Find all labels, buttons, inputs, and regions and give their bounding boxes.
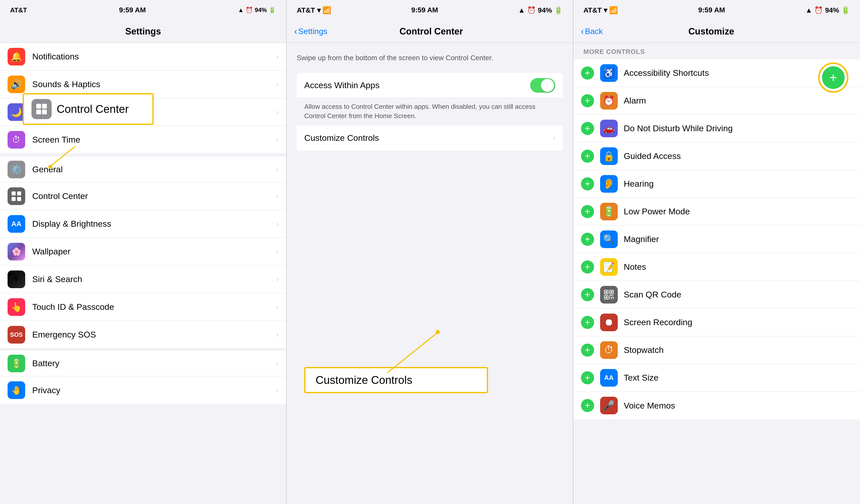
add-alarm-btn[interactable]: + [581, 94, 594, 107]
dnd-driving-icon: 🚗 [600, 120, 618, 137]
add-accessibility-btn[interactable]: + [581, 67, 594, 80]
add-stopwatch-btn[interactable]: + [581, 344, 594, 357]
settings-row-emergency-sos[interactable]: SOS Emergency SOS › [0, 321, 286, 349]
settings-row-battery[interactable]: 🔋 Battery › [0, 349, 286, 376]
add-guided-access-btn[interactable]: + [581, 149, 594, 163]
dnd-driving-label: Do Not Disturb While Driving [624, 124, 852, 133]
magnifier-label: Magnifier [624, 234, 852, 244]
back-label-3: Back [585, 27, 603, 36]
toggle-description: Allow access to Control Center within ap… [297, 98, 563, 126]
settings-row-touch-id[interactable]: 👆 Touch ID & Passcode › [0, 293, 286, 321]
carrier-2: AT&T ▾ 📶 [297, 6, 331, 14]
svg-rect-3 [42, 110, 47, 114]
customize-panel: AT&T ▾ 📶 9:59 AM ▲ ⏰ 94% 🔋 ‹ Back Custom… [573, 0, 860, 504]
list-item-voice-memos[interactable]: + 🎤 Voice Memos [573, 392, 860, 419]
add-voice-memos-btn[interactable]: + [581, 399, 594, 412]
svg-rect-13 [605, 291, 607, 293]
list-item-hearing[interactable]: + 👂 Hearing [573, 170, 860, 198]
control-center-row-icon [8, 187, 25, 205]
list-item-scan-qr[interactable]: + Scan QR Code [573, 281, 860, 308]
svg-rect-15 [611, 291, 613, 293]
add-notes-btn[interactable]: + [581, 260, 594, 274]
notes-label: Notes [624, 262, 852, 272]
back-chevron-3: ‹ [581, 26, 584, 37]
control-center-nav-title: Control Center [327, 26, 535, 37]
add-hearing-btn[interactable]: + [581, 177, 594, 190]
list-item-alarm[interactable]: + ⏰ Alarm [573, 87, 860, 115]
settings-row-wallpaper[interactable]: 🌸 Wallpaper › [0, 238, 286, 265]
privacy-icon: 🤚 [8, 381, 25, 399]
alarm-label: Alarm [624, 96, 852, 105]
guided-access-label: Guided Access [624, 151, 852, 161]
stopwatch-icon: ⏱ [600, 341, 618, 359]
access-within-apps-row[interactable]: Access Within Apps [297, 73, 563, 98]
add-scan-qr-btn[interactable]: + [581, 288, 594, 301]
status-bar-1: AT&T 9:59 AM ▲ ⏰ 94% 🔋 [0, 0, 286, 20]
settings-panel: AT&T 9:59 AM ▲ ⏰ 94% 🔋 Settings Control … [0, 0, 287, 504]
highlighted-add-btn[interactable]: + [822, 66, 845, 89]
wallpaper-icon: 🌸 [8, 243, 25, 260]
add-screen-recording-btn[interactable]: + [581, 316, 594, 329]
touch-id-icon: 👆 [8, 298, 25, 316]
add-magnifier-btn[interactable]: + [581, 233, 594, 246]
list-item-notes[interactable]: + 📝 Notes [573, 253, 860, 281]
settings-row-siri[interactable]: 🎙 Siri & Search › [0, 265, 286, 293]
customize-controls-highlight-label: Customize Controls [316, 374, 412, 386]
add-text-size-btn[interactable]: + [581, 371, 594, 384]
control-center-content: Swipe up from the bottom of the screen t… [287, 43, 573, 150]
list-item-magnifier[interactable]: + 🔍 Magnifier [573, 226, 860, 253]
chevron-emergency-sos: › [276, 331, 278, 339]
scan-qr-label: Scan QR Code [624, 290, 852, 300]
chevron-general: › [276, 165, 278, 174]
time-3: 9:59 AM [698, 6, 725, 14]
settings-row-screen-time[interactable]: ⏱ Screen Time › [0, 126, 286, 154]
notes-icon: 📝 [600, 258, 618, 276]
control-center-highlight-box: Control Center [23, 93, 154, 125]
text-size-icon: AA [600, 369, 618, 387]
voice-memos-icon: 🎤 [600, 397, 618, 414]
chevron-touch-id: › [276, 303, 278, 311]
battery-label: Battery [32, 358, 276, 368]
list-item-guided-access[interactable]: + 🔒 Guided Access [573, 142, 860, 170]
display-icon: AA [8, 215, 25, 233]
settings-row-privacy[interactable]: 🤚 Privacy › [0, 376, 286, 404]
control-center-row-label: Control Center [32, 191, 276, 201]
status-bar-3: AT&T ▾ 📶 9:59 AM ▲ ⏰ 94% 🔋 [573, 0, 860, 20]
control-center-panel: AT&T ▾ 📶 9:59 AM ▲ ⏰ 94% 🔋 ‹ Settings Co… [287, 0, 573, 504]
svg-rect-17 [605, 297, 607, 298]
back-button-2[interactable]: ‹ Settings [294, 26, 327, 37]
time-2: 9:59 AM [411, 6, 438, 14]
chevron-display: › [276, 220, 278, 228]
general-label: General [32, 164, 276, 174]
settings-row-notifications[interactable]: 🔔 Notifications › [0, 43, 286, 71]
list-item-text-size[interactable]: + AA Text Size [573, 364, 860, 392]
add-low-power-btn[interactable]: + [581, 205, 594, 218]
list-item-accessibility-shortcuts[interactable]: + ♿ Accessibility Shortcuts [573, 59, 860, 87]
siri-label: Siri & Search [32, 274, 276, 284]
list-item-stopwatch[interactable]: + ⏱ Stopwatch [573, 336, 860, 364]
scan-qr-icon [600, 286, 618, 303]
list-item-do-not-disturb-driving[interactable]: + 🚗 Do Not Disturb While Driving [573, 115, 860, 142]
screen-time-icon: ⏱ [8, 131, 25, 148]
chevron-screen-time: › [276, 136, 278, 144]
general-icon: ⚙️ [8, 161, 25, 178]
cc-description: Swipe up from the bottom of the screen t… [297, 53, 563, 63]
voice-memos-label: Voice Memos [624, 401, 852, 411]
chevron-privacy: › [276, 386, 278, 394]
screen-recording-label: Screen Recording [624, 317, 852, 327]
customize-controls-row[interactable]: Customize Controls › [297, 126, 563, 150]
add-dnd-driving-btn[interactable]: + [581, 122, 594, 135]
customize-nav-title: Customize [603, 26, 820, 37]
chevron-siri: › [276, 275, 278, 283]
settings-row-general[interactable]: ⚙️ General › [0, 155, 286, 182]
customize-controls-label: Customize Controls [304, 133, 553, 143]
access-within-apps-toggle[interactable] [530, 78, 555, 93]
cc-highlight-icon [31, 99, 52, 119]
list-item-low-power-mode[interactable]: + 🔋 Low Power Mode [573, 198, 860, 226]
toggle-knob [541, 79, 554, 92]
privacy-label: Privacy [32, 385, 276, 395]
back-button-3[interactable]: ‹ Back [581, 26, 603, 37]
list-item-screen-recording[interactable]: + ⏺ Screen Recording [573, 308, 860, 336]
settings-row-display[interactable]: AA Display & Brightness › [0, 210, 286, 238]
settings-row-control-center[interactable]: Control Center › [0, 182, 286, 210]
